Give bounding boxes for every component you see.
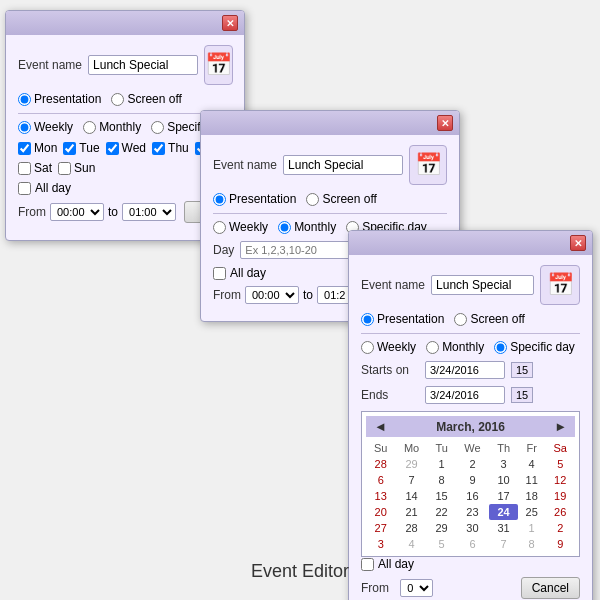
from-label-1: From	[18, 205, 46, 219]
presentation-radio-3[interactable]: Presentation	[361, 312, 444, 326]
cal-day[interactable]: 8	[428, 472, 456, 488]
day-label-2: Day	[213, 243, 234, 257]
cal-day[interactable]: 30	[456, 520, 490, 536]
allday-label-2: All day	[230, 266, 266, 280]
cal-day[interactable]: 5	[545, 456, 575, 472]
cal-day[interactable]: 9	[545, 536, 575, 552]
cal-day[interactable]: 29	[428, 520, 456, 536]
starts-input[interactable]	[425, 361, 505, 379]
cal-day[interactable]: 20	[366, 504, 395, 520]
screenoff-radio-1[interactable]: Screen off	[111, 92, 181, 106]
cal-day[interactable]: 6	[456, 536, 490, 552]
cal-day[interactable]: 13	[366, 488, 395, 504]
ends-label: Ends	[361, 388, 419, 402]
cal-day[interactable]: 24	[489, 504, 518, 520]
event-name-row-2: Event name 📅	[213, 145, 447, 185]
cal-day[interactable]: 2	[456, 456, 490, 472]
presentation-label-3: Presentation	[377, 312, 444, 326]
monthly-label-1: Monthly	[99, 120, 141, 134]
presentation-radio-2[interactable]: Presentation	[213, 192, 296, 206]
cal-day[interactable]: 27	[366, 520, 395, 536]
cal-day[interactable]: 18	[518, 488, 546, 504]
wed-checkbox[interactable]: Wed	[106, 141, 146, 155]
from-time-1[interactable]: 00:00	[50, 203, 104, 221]
calendar-icon-2: 📅	[409, 145, 447, 185]
calendar-week-2: 13141516171819	[366, 488, 575, 504]
event-name-label-3: Event name	[361, 278, 425, 292]
mon-checkbox[interactable]: Mon	[18, 141, 57, 155]
cal-day[interactable]: 1	[428, 456, 456, 472]
dialog-specificday: ✕ Event name 📅 Presentation Screen off W…	[348, 230, 593, 600]
ends-row: Ends 15	[361, 386, 580, 404]
next-month-button[interactable]: ►	[552, 419, 569, 434]
weekly-radio-2[interactable]: Weekly	[213, 220, 268, 234]
event-name-input-3[interactable]	[431, 275, 534, 295]
weekly-label-3: Weekly	[377, 340, 416, 354]
cal-day[interactable]: 14	[395, 488, 427, 504]
event-name-input-1[interactable]	[88, 55, 198, 75]
cal-day[interactable]: 7	[489, 536, 518, 552]
cal-day[interactable]: 29	[395, 456, 427, 472]
cal-day[interactable]: 16	[456, 488, 490, 504]
cal-day[interactable]: 22	[428, 504, 456, 520]
presentation-radio-1[interactable]: Presentation	[18, 92, 101, 106]
sun-checkbox[interactable]: Sun	[58, 161, 95, 175]
cal-day[interactable]: 2	[545, 520, 575, 536]
cal-day[interactable]: 4	[395, 536, 427, 552]
cal-day[interactable]: 31	[489, 520, 518, 536]
cal-day[interactable]: 9	[456, 472, 490, 488]
cal-day[interactable]: 15	[428, 488, 456, 504]
screenoff-radio-2[interactable]: Screen off	[306, 192, 376, 206]
cal-day[interactable]: 21	[395, 504, 427, 520]
cal-day[interactable]: 26	[545, 504, 575, 520]
close-button-3[interactable]: ✕	[570, 235, 586, 251]
specificday-label-3: Specific day	[510, 340, 575, 354]
event-name-input-2[interactable]	[283, 155, 403, 175]
cal-day[interactable]: 23	[456, 504, 490, 520]
cal-day[interactable]: 28	[395, 520, 427, 536]
thu-checkbox[interactable]: Thu	[152, 141, 189, 155]
cal-day[interactable]: 10	[489, 472, 518, 488]
cal-day[interactable]: 3	[366, 536, 395, 552]
prev-month-button[interactable]: ◄	[372, 419, 389, 434]
mon-label: Mon	[34, 141, 57, 155]
wed-label: Wed	[122, 141, 146, 155]
close-button-1[interactable]: ✕	[222, 15, 238, 31]
cal-day[interactable]: 7	[395, 472, 427, 488]
weekly-radio-1[interactable]: Weekly	[18, 120, 73, 134]
cal-day[interactable]: 6	[366, 472, 395, 488]
cal-day[interactable]: 12	[545, 472, 575, 488]
monthly-radio-2[interactable]: Monthly	[278, 220, 336, 234]
cal-day[interactable]: 5	[428, 536, 456, 552]
from-label-3: From	[361, 581, 389, 595]
cal-day[interactable]: 28	[366, 456, 395, 472]
close-button-2[interactable]: ✕	[437, 115, 453, 131]
ends-input[interactable]	[425, 386, 505, 404]
cal-day[interactable]: 11	[518, 472, 546, 488]
to-time-1[interactable]: 01:00	[122, 203, 176, 221]
monthly-radio-1[interactable]: Monthly	[83, 120, 141, 134]
weekly-radio-3[interactable]: Weekly	[361, 340, 416, 354]
cal-day[interactable]: 8	[518, 536, 546, 552]
cal-day[interactable]: 1	[518, 520, 546, 536]
event-name-label-2: Event name	[213, 158, 277, 172]
ends-cal-button[interactable]: 15	[511, 387, 533, 403]
cal-day[interactable]: 3	[489, 456, 518, 472]
tue-checkbox[interactable]: Tue	[63, 141, 99, 155]
starts-cal-button[interactable]: 15	[511, 362, 533, 378]
screenoff-label-1: Screen off	[127, 92, 181, 106]
screenoff-radio-3[interactable]: Screen off	[454, 312, 524, 326]
cal-day[interactable]: 25	[518, 504, 546, 520]
presentation-label-1: Presentation	[34, 92, 101, 106]
from-time-2[interactable]: 00:00	[245, 286, 299, 304]
monthly-radio-3[interactable]: Monthly	[426, 340, 484, 354]
mode-radio-group-1: Presentation Screen off	[18, 92, 232, 106]
sat-checkbox[interactable]: Sat	[18, 161, 52, 175]
event-name-row-3: Event name 📅	[361, 265, 580, 305]
specificday-radio-3[interactable]: Specific day	[494, 340, 575, 354]
cal-day[interactable]: 4	[518, 456, 546, 472]
cal-day[interactable]: 19	[545, 488, 575, 504]
cal-day[interactable]: 17	[489, 488, 518, 504]
calendar-icon-3: 📅	[540, 265, 580, 305]
calendar-body: 2829123456789101112131415161718192021222…	[366, 456, 575, 552]
